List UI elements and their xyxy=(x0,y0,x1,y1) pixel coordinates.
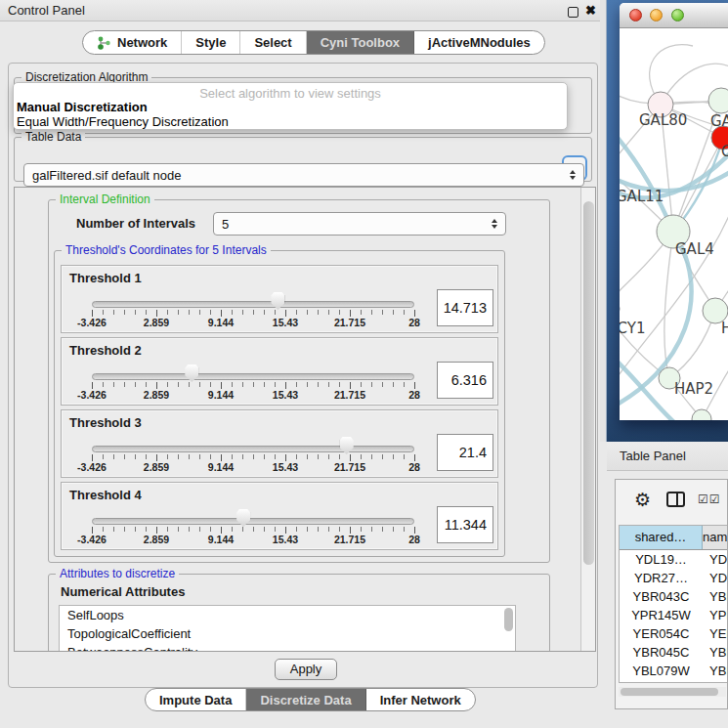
table-row[interactable]: YER054CYER0 xyxy=(620,624,728,643)
cell-shared-name[interactable]: YDR27… xyxy=(620,569,703,587)
threshold-value-field[interactable]: 6.316 xyxy=(437,362,493,399)
attributes-list-scrollbar[interactable] xyxy=(504,608,513,631)
table-header-row: shared… name xyxy=(620,526,728,550)
cell-shared-name[interactable]: YBL079W xyxy=(620,662,703,680)
network-canvas[interactable]: GAL80GACGAL11GAL4GCY1HHAP2 xyxy=(620,28,728,420)
table-row[interactable]: YBR045CYBR0 xyxy=(620,643,728,662)
column-header-shared-name[interactable]: shared… xyxy=(620,526,703,549)
algorithm-dropdown-popup: Select algorithm to view settings Manual… xyxy=(13,82,568,130)
threshold-value-field[interactable]: 14.713 xyxy=(437,289,493,326)
attribute-list-item[interactable]: BetweennessCentrality xyxy=(60,643,515,652)
zoom-traffic-light-icon[interactable] xyxy=(671,9,684,21)
number-of-intervals-combobox[interactable]: 5 xyxy=(213,212,506,236)
cell-name[interactable]: YDR2 xyxy=(703,569,728,587)
threshold-panel-4: Threshold 4-3.4262.8599.14415.4321.71528… xyxy=(61,482,498,550)
threshold-value-field[interactable]: 11.344 xyxy=(437,506,493,543)
cell-name[interactable]: YER0 xyxy=(703,624,728,643)
slider-major-tick xyxy=(350,382,351,389)
cell-name[interactable]: YPR1 xyxy=(703,606,728,624)
close-traffic-light-icon[interactable] xyxy=(629,9,642,21)
top-tab-bar: Network Style Select Cyni Toolbox jActiv… xyxy=(82,30,545,55)
float-window-icon[interactable] xyxy=(568,7,578,18)
slider-major-tick xyxy=(414,382,415,389)
cell-shared-name[interactable]: YBR043C xyxy=(620,587,703,606)
numerical-attributes-list[interactable]: SelfLoopsTopologicalCoefficientBetweenne… xyxy=(59,605,516,652)
threshold-slider-track[interactable] xyxy=(92,446,414,452)
threshold-panel-2: Threshold 2-3.4262.8599.14415.4321.71528… xyxy=(61,337,498,406)
column-header-name[interactable]: name xyxy=(703,526,728,549)
table-data-combobox[interactable]: galFiltered.sif default node xyxy=(23,163,584,187)
table-row[interactable]: YDR27…YDR2 xyxy=(620,569,728,587)
node-table[interactable]: shared… name YDL19…YDL1YDR27…YDR2YBR043C… xyxy=(619,525,728,683)
tab-network[interactable]: Network xyxy=(83,31,182,54)
threshold-value-field[interactable]: 21.4 xyxy=(437,434,493,471)
cell-name[interactable]: YBL0 xyxy=(703,662,728,680)
settings-scrollbar[interactable] xyxy=(580,188,595,651)
number-of-intervals-value: 5 xyxy=(214,217,488,232)
cell-shared-name[interactable]: YLR345W xyxy=(620,680,703,683)
close-icon[interactable]: ✖ xyxy=(585,3,596,18)
slider-major-tick xyxy=(156,454,157,461)
slider-tick-label: 2.859 xyxy=(144,317,169,328)
cell-shared-name[interactable]: YER054C xyxy=(620,624,703,643)
apply-footer: Apply xyxy=(14,652,594,685)
tab-cyni-toolbox[interactable]: Cyni Toolbox xyxy=(307,31,414,54)
network-window-titlebar[interactable] xyxy=(620,3,728,28)
slider-tick-marks xyxy=(92,454,415,459)
tab-impute-data[interactable]: Impute Data xyxy=(146,689,246,710)
slider-major-tick xyxy=(350,310,351,317)
threshold-label: Threshold 1 xyxy=(69,271,142,285)
network-edge[interactable] xyxy=(620,122,673,232)
threshold-slider-track[interactable] xyxy=(92,301,414,308)
apply-button[interactable]: Apply xyxy=(275,659,337,680)
table-horizontal-scrollbar[interactable] xyxy=(619,687,726,697)
slider-major-tick xyxy=(92,527,93,534)
slider-major-tick xyxy=(350,454,351,461)
table-data-selected-value: galFiltered.sif default node xyxy=(24,168,566,183)
threshold-slider-track[interactable] xyxy=(92,373,414,380)
minimize-traffic-light-icon[interactable] xyxy=(650,9,663,21)
network-window[interactable]: GAL80GACGAL11GAL4GCY1HHAP2 xyxy=(620,3,728,420)
tab-jactivemnodules[interactable]: jActiveMNodules xyxy=(414,31,544,54)
cell-shared-name[interactable]: YPR145W xyxy=(620,606,703,624)
slider-tick-label: 2.859 xyxy=(144,534,169,545)
cell-name[interactable]: YDL1 xyxy=(703,550,728,569)
dropdown-option-equal-width[interactable]: Equal Width/Frequency Discretization xyxy=(17,114,229,129)
tab-infer-network[interactable]: Infer Network xyxy=(366,689,475,710)
slider-major-tick xyxy=(414,454,415,461)
checkbox-icons[interactable]: ☑☑ xyxy=(698,492,721,506)
slider-tick-label: 28 xyxy=(408,317,420,328)
cell-shared-name[interactable]: YDL19… xyxy=(620,550,703,569)
cell-shared-name[interactable]: YBR045C xyxy=(620,643,703,662)
gear-icon[interactable]: ⚙ xyxy=(634,489,651,511)
table-row[interactable]: YBL079WYBL0 xyxy=(620,662,728,680)
panel-divider[interactable] xyxy=(600,0,607,442)
tab-discretize-data[interactable]: Discretize Data xyxy=(246,689,365,710)
table-hscrollbar-thumb[interactable] xyxy=(621,688,718,696)
thresholds-group: Threshold's Coordinates for 5 Intervals … xyxy=(54,250,505,557)
threshold-slider-track[interactable] xyxy=(92,518,414,525)
cell-name[interactable]: YBR0 xyxy=(703,587,728,606)
attribute-list-item[interactable]: TopologicalCoefficient xyxy=(60,624,515,643)
table-row[interactable]: YBR043CYBR0 xyxy=(620,587,728,606)
tab-style[interactable]: Style xyxy=(182,31,240,54)
slider-major-tick xyxy=(350,527,351,534)
table-row[interactable]: YLR345WYLR3 xyxy=(620,680,728,683)
threshold-panel-3: Threshold 3-3.4262.8599.14415.4321.71528… xyxy=(61,409,498,478)
network-node[interactable] xyxy=(708,88,728,113)
settings-scrollbar-thumb[interactable] xyxy=(583,201,594,565)
slider-tick-label: -3.426 xyxy=(77,461,107,473)
slider-tick-label: 15.43 xyxy=(273,389,298,401)
dropdown-option-manual-discretization[interactable]: Manual Discretization xyxy=(17,100,148,114)
cell-name[interactable]: YBR0 xyxy=(703,643,728,662)
table-row[interactable]: YDL19…YDL1 xyxy=(620,550,728,569)
slider-major-tick xyxy=(156,310,157,317)
column-layout-icon[interactable] xyxy=(666,492,685,507)
slider-tick-label: 28 xyxy=(408,389,420,401)
cell-name[interactable]: YLR3 xyxy=(703,680,728,683)
table-row[interactable]: YPR145WYPR1 xyxy=(620,606,728,624)
interval-definition-label: Interval Definition xyxy=(56,193,154,206)
attribute-list-item[interactable]: SelfLoops xyxy=(60,606,515,624)
slider-tick-marks xyxy=(92,527,415,532)
tab-select[interactable]: Select xyxy=(240,31,306,54)
